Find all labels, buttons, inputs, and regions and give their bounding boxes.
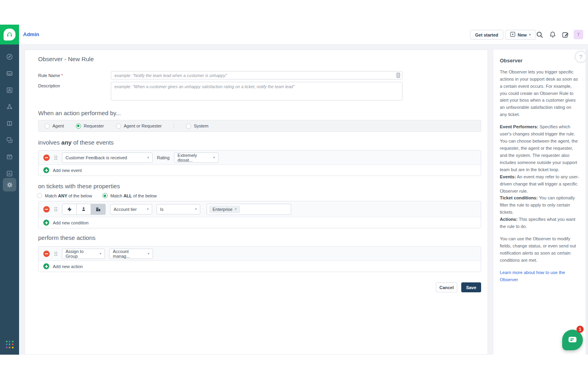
social-network-icon	[6, 103, 13, 110]
sidebar-item-solutions[interactable]	[0, 117, 19, 130]
contacts-icon	[6, 87, 13, 94]
conditions-heading: on tickets with these properties	[38, 183, 120, 189]
description-field-wrap	[111, 82, 402, 102]
radio-unselected	[37, 193, 42, 198]
save-button[interactable]: Save	[461, 282, 481, 292]
left-nav-sidebar	[0, 44, 19, 355]
whats-new-icon[interactable]	[561, 30, 570, 39]
condition-field-select[interactable]: Account tier ▾	[110, 204, 152, 214]
freshdesk-logo[interactable]	[0, 25, 19, 44]
required-asterisk: *	[61, 73, 63, 78]
sidebar-item-contacts[interactable]	[0, 83, 19, 97]
search-icon[interactable]	[535, 30, 544, 39]
drag-handle-icon[interactable]	[54, 155, 58, 160]
sidebar-item-tickets[interactable]	[0, 67, 19, 80]
add-new-event-button[interactable]: Add new event	[39, 165, 481, 176]
app-switcher-icon[interactable]	[6, 341, 14, 348]
add-plus-icon	[43, 167, 49, 173]
contact-scope-icon[interactable]	[77, 204, 91, 214]
performer-option-agent[interactable]: Agent	[44, 124, 64, 129]
events-heading: involves any of these events	[38, 139, 114, 146]
performer-radio-group: Agent Requester Agent or Requester Syste…	[38, 120, 481, 132]
remove-row-icon[interactable]	[43, 154, 50, 161]
get-started-button[interactable]: Get started	[470, 30, 503, 40]
autofill-icon[interactable]	[397, 73, 400, 78]
rule-form-card: Observer - New Rule Rule Name* Descripti…	[25, 50, 488, 355]
company-scope-icon[interactable]	[91, 204, 105, 214]
sidebar-item-admin[interactable]	[3, 178, 16, 191]
event-row: Customer Feedback is received ▾ Rating E…	[39, 151, 481, 165]
events-box: Customer Feedback is received ▾ Rating E…	[38, 150, 481, 176]
sidebar-item-apps[interactable]	[0, 150, 19, 164]
new-button[interactable]: New ▾	[505, 30, 536, 40]
condition-operator-select[interactable]: Is ▾	[157, 204, 200, 214]
rule-name-input[interactable]	[111, 71, 402, 79]
sidebar-item-social[interactable]	[0, 100, 19, 114]
condition-value-input[interactable]: Enterprise ×	[207, 204, 291, 215]
learn-more-link[interactable]: Learn more about how to use the Observer	[500, 269, 579, 284]
analytics-chart-icon	[6, 170, 13, 177]
cancel-button[interactable]: Cancel	[436, 282, 457, 292]
add-new-condition-button[interactable]: Add new condition	[39, 217, 481, 228]
freshdesk-headset-icon	[4, 29, 15, 41]
admin-gear-icon	[6, 181, 14, 189]
help-question-icon[interactable]: ?	[574, 50, 587, 63]
chevron-down-icon: ▾	[100, 252, 101, 255]
action-row: Assign to Group ▾ Account manag... ▾	[39, 247, 481, 261]
performer-option-requester[interactable]: Requester	[76, 124, 104, 129]
chat-bubble-icon	[568, 336, 577, 344]
drag-handle-icon[interactable]	[54, 251, 58, 256]
action-type-select[interactable]: Assign to Group ▾	[62, 249, 105, 259]
help-def-actions: Actions: This specifies what you want th…	[500, 216, 579, 230]
rule-name-label: Rule Name*	[38, 73, 63, 78]
description-textarea[interactable]	[111, 82, 402, 100]
match-all-option[interactable]: Match ALL of the below	[103, 193, 157, 198]
page-title: Observer - New Rule	[38, 56, 94, 62]
dashboard-icon	[6, 53, 13, 60]
notifications-bell-icon[interactable]	[548, 30, 557, 39]
page-breadcrumb: Admin	[23, 31, 39, 37]
value-chip: Enterprise ×	[209, 206, 240, 213]
forums-chat-icon	[6, 137, 13, 144]
app-header: Admin Get started New ▾ T	[0, 25, 588, 44]
chevron-down-icon: ▾	[148, 252, 149, 255]
performer-option-system[interactable]: System	[186, 124, 209, 129]
chip-close-icon[interactable]: ×	[234, 207, 237, 211]
match-radio-group: Match ANY of the below Match ALL of the …	[37, 193, 157, 198]
remove-row-icon[interactable]	[43, 206, 50, 212]
chat-unread-badge[interactable]: 1	[576, 326, 584, 333]
help-panel-title: Observer	[500, 57, 579, 65]
scrollbar-track[interactable]	[586, 50, 588, 355]
drag-handle-icon[interactable]	[54, 207, 58, 212]
radio-unselected	[186, 124, 191, 129]
event-type-select[interactable]: Customer Feedback is received ▾	[62, 153, 153, 163]
add-new-action-button[interactable]: Add new action	[39, 261, 481, 272]
sidebar-item-forums[interactable]	[0, 133, 19, 147]
sidebar-item-dashboard[interactable]	[0, 50, 19, 64]
observer-help-panel: ? Observer The Observer lets you trigger…	[493, 50, 586, 355]
user-avatar[interactable]: T	[574, 30, 583, 39]
performer-option-agent-or-requester[interactable]: Agent or Requester	[116, 124, 162, 129]
rating-label: Rating	[157, 155, 170, 160]
rating-value-select[interactable]: Extremely dissat... ▾	[174, 153, 219, 163]
radio-unselected	[44, 124, 50, 129]
freshdesk-admin-page: Admin Get started New ▾ T	[0, 0, 588, 392]
help-def-ticket-conditions: Ticket conditions: You can optionally fi…	[500, 195, 579, 216]
knowledge-base-book-icon	[6, 120, 13, 127]
radio-selected	[103, 193, 108, 198]
actions-box: Assign to Group ▾ Account manag... ▾ Add…	[38, 246, 481, 272]
chevron-down-icon: ▾	[195, 207, 197, 211]
help-def-events: Events: An event may refer to any user-d…	[500, 174, 579, 195]
conditions-box: Account tier ▾ Is ▾ Enterprise ×	[38, 201, 481, 228]
condition-scope-segmented-control	[62, 204, 106, 215]
condition-row: Account tier ▾ Is ▾ Enterprise ×	[39, 201, 481, 217]
ticket-scope-icon[interactable]	[62, 204, 77, 214]
add-plus-icon	[43, 220, 49, 226]
plus-square-icon	[510, 32, 515, 38]
rule-name-field-wrap	[111, 71, 402, 79]
action-value-select[interactable]: Account manag... ▾	[109, 249, 153, 259]
marketplace-box-icon	[6, 153, 13, 160]
chevron-down-icon: ▾	[213, 156, 215, 159]
match-any-option[interactable]: Match ANY of the below	[37, 193, 92, 198]
remove-row-icon[interactable]	[43, 251, 50, 257]
